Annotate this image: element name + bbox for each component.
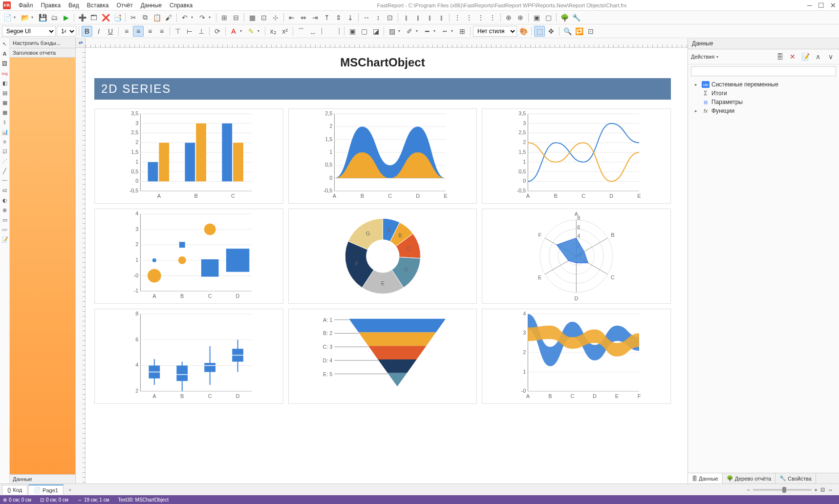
ruler-corner-icon[interactable]: ⇄: [76, 38, 86, 48]
report-tree-icon[interactable]: 🌳: [559, 12, 570, 23]
rp-tab-tree[interactable]: 🌳Дерево отчёта: [723, 473, 776, 483]
dec-h-icon[interactable]: ⫿: [424, 12, 435, 23]
gauge-icon[interactable]: ◐: [1, 196, 9, 204]
chart-funnel[interactable]: A: 1B: 2C: 3D: 4E: 5: [288, 309, 477, 404]
richtext-icon[interactable]: </>: [1, 226, 9, 233]
chart-doughnut[interactable]: ABCDEFG: [288, 209, 477, 304]
autoguides-icon[interactable]: ⊹: [270, 12, 281, 23]
center-v-icon[interactable]: ⊕: [515, 12, 526, 23]
border-bot-icon[interactable]: ⎵: [307, 26, 318, 37]
page-title[interactable]: MSChartObject: [86, 48, 680, 74]
data-search-input[interactable]: [691, 66, 836, 76]
saveall-icon[interactable]: 🗂: [49, 12, 60, 23]
new-icon[interactable]: 📄: [2, 12, 13, 23]
report-designer-canvas[interactable]: ⇄ MSChartObject 2D SERIES -0,500,511,522…: [76, 38, 688, 483]
select-all-icon[interactable]: ⊡: [585, 26, 596, 37]
halign-center-icon[interactable]: ≡: [133, 26, 144, 37]
bold-icon[interactable]: B: [82, 26, 92, 37]
save-icon[interactable]: 💾: [37, 12, 48, 23]
border-all-icon[interactable]: ▣: [347, 26, 358, 37]
font-color-icon[interactable]: A: [228, 26, 239, 37]
valign-mid-icon[interactable]: ⊢: [184, 26, 195, 37]
checkbox-icon[interactable]: ☑: [1, 147, 9, 155]
zoom-slider[interactable]: [753, 489, 812, 491]
tree-params[interactable]: ⊞Параметры: [691, 98, 836, 106]
center-h-icon[interactable]: ⊕: [503, 12, 514, 23]
tree-sysvars[interactable]: ▸varСистемные переменные: [691, 80, 836, 89]
band-data[interactable]: Данные: [10, 474, 75, 483]
sparkline-icon[interactable]: 〰: [1, 177, 9, 185]
close-icon[interactable]: ✕: [830, 1, 836, 9]
shape-icon[interactable]: ◧: [1, 79, 9, 87]
configure-bands-button[interactable]: Настроить бэнды...: [10, 38, 75, 48]
map-icon[interactable]: ⊕: [1, 206, 9, 214]
zoom-fit-icon[interactable]: ⊡: [820, 486, 825, 493]
tab-code[interactable]: {}Код: [2, 485, 27, 494]
cut-icon[interactable]: ✂: [128, 12, 139, 23]
align-top-icon[interactable]: ⤒: [322, 12, 332, 23]
delete-icon[interactable]: ✕: [787, 51, 798, 62]
move-mode-icon[interactable]: ✥: [546, 26, 557, 37]
halign-left-icon[interactable]: ≡: [121, 26, 132, 37]
same-width-icon[interactable]: ↔: [361, 12, 372, 23]
newdialog-icon[interactable]: 🗔: [88, 12, 99, 23]
copy-icon[interactable]: ⧉: [140, 12, 151, 23]
dec-v-icon[interactable]: ⋮: [475, 12, 486, 23]
space-h-icon[interactable]: ⫿: [401, 12, 411, 23]
highlight-icon[interactable]: ✎: [246, 26, 257, 37]
font-family-select[interactable]: Segoe UI: [2, 26, 56, 37]
find-icon[interactable]: 🔍: [562, 26, 573, 37]
undo-icon[interactable]: ↶: [179, 12, 190, 23]
align-left-icon[interactable]: ⇤: [286, 12, 297, 23]
band-report-title[interactable]: Заголовок отчета: [10, 48, 75, 58]
zoom-out-icon[interactable]: −: [747, 487, 750, 493]
menu-insert[interactable]: Вставка: [83, 1, 113, 10]
same-height-icon[interactable]: ↕: [373, 12, 384, 23]
bring-front-icon[interactable]: ▣: [531, 12, 542, 23]
tree-totals[interactable]: ΣИтоги: [691, 89, 836, 98]
chart-bar[interactable]: -0,500,511,522,533,5ABC: [94, 108, 283, 204]
deletepage-icon[interactable]: ❌: [100, 12, 111, 23]
paste-icon[interactable]: 📋: [151, 12, 162, 23]
line-style-icon[interactable]: ┅: [439, 26, 450, 37]
subreport-icon[interactable]: ▤: [1, 89, 9, 97]
ungroup-icon[interactable]: ⊟: [231, 12, 241, 23]
underline-icon[interactable]: U: [105, 26, 116, 37]
section-header[interactable]: 2D SERIES: [94, 78, 671, 100]
chart-area[interactable]: -0,500,511,522,5ABCDE: [288, 108, 477, 204]
newpage-icon[interactable]: ➕: [77, 12, 87, 23]
grid-icon[interactable]: ▦: [247, 12, 258, 23]
chart-radar[interactable]: -02468ABCDEF: [482, 209, 671, 304]
picture-icon[interactable]: 🖼: [1, 60, 9, 67]
formatpainter-icon[interactable]: 🖌: [163, 12, 174, 23]
expand-icon[interactable]: ∨: [825, 51, 836, 62]
border-none-icon[interactable]: ▢: [359, 26, 369, 37]
ruler-vertical[interactable]: [76, 48, 86, 483]
chart-bubble[interactable]: -1-01234ABCD: [94, 209, 283, 304]
cellular-icon[interactable]: ⋰: [1, 157, 9, 165]
maximize-icon[interactable]: ☐: [818, 1, 824, 9]
html-icon[interactable]: ▭: [1, 216, 9, 224]
menu-file[interactable]: Файл: [15, 1, 37, 10]
preview-icon[interactable]: ▶: [61, 12, 71, 23]
border-top-icon[interactable]: ⎴: [296, 26, 306, 37]
chart-icon[interactable]: 📊: [1, 128, 9, 136]
add-datasource-icon[interactable]: 🗄: [774, 51, 785, 62]
collapse-icon[interactable]: ∧: [813, 51, 823, 62]
menu-report[interactable]: Отчёт: [112, 1, 136, 10]
chart-line[interactable]: -0,500,511,522,533,5ABCDE: [482, 108, 671, 204]
text-icon[interactable]: A: [1, 50, 9, 58]
border-left-icon[interactable]: ⎸: [319, 26, 330, 37]
space-v-icon[interactable]: ⋮: [452, 12, 463, 23]
snapgrid-icon[interactable]: ⊡: [258, 12, 269, 23]
menu-help[interactable]: Справка: [166, 1, 196, 10]
zipcode-icon[interactable]: ≡: [1, 138, 9, 146]
valign-top-icon[interactable]: ⊤: [172, 26, 183, 37]
italic-icon[interactable]: I: [93, 26, 104, 37]
report-page[interactable]: MSChartObject 2D SERIES -0,500,511,522,5…: [86, 48, 680, 483]
rp-tab-data[interactable]: 🗄Данные: [688, 473, 723, 483]
editor-icon[interactable]: 📝: [1, 235, 9, 243]
border-props-icon[interactable]: ⊞: [457, 26, 468, 37]
tab-page1[interactable]: 📄Page1: [28, 484, 64, 495]
chevron-down-icon[interactable]: ▾: [716, 55, 721, 59]
